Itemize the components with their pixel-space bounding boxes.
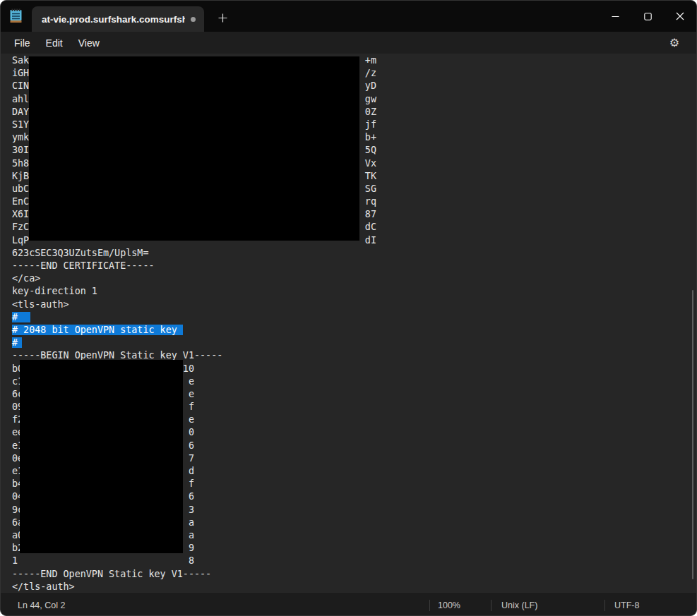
editor-line: <tls-auth>	[12, 298, 696, 311]
redaction-box	[29, 56, 359, 241]
notepad-app-icon	[1, 1, 32, 32]
editor[interactable]: Sak +miGH /zCIN yDahl	[1, 54, 696, 593]
menu-edit[interactable]: Edit	[38, 35, 71, 52]
tab-document[interactable]: at-vie.prod.surfshark.comsurfshark	[32, 6, 204, 32]
close-icon	[676, 12, 684, 20]
line-ending: Unix (LF)	[491, 600, 604, 611]
editor-line: 1 8	[12, 555, 696, 567]
selected-text: #	[12, 312, 30, 322]
menu-file[interactable]: File	[6, 35, 38, 52]
editor-line: #	[12, 337, 696, 349]
titlebar: at-vie.prod.surfshark.comsurfshark	[1, 1, 696, 32]
maximize-icon	[644, 13, 652, 20]
unsaved-changes-dot-icon	[191, 17, 196, 22]
new-tab-button[interactable]	[211, 6, 234, 29]
encoding: UTF-8	[604, 600, 696, 611]
vertical-scrollbar-thumb[interactable]	[692, 290, 693, 579]
editor-line: key-direction 1	[12, 285, 696, 298]
tab-title: at-vie.prod.surfshark.comsurfshark	[42, 14, 185, 25]
menubar: File Edit View ⚙	[1, 32, 696, 54]
menu-view[interactable]: View	[71, 35, 107, 52]
settings-button[interactable]: ⚙	[662, 34, 686, 52]
minimize-icon	[612, 13, 619, 20]
close-button[interactable]	[664, 1, 696, 32]
statusbar: Ln 44, Col 2 100% Unix (LF) UTF-8	[1, 593, 696, 616]
redaction-box	[20, 360, 183, 553]
gear-icon: ⚙	[669, 36, 679, 49]
editor-line: </ca>	[12, 272, 696, 285]
editor-line: -----END OpenVPN Static key V1-----	[12, 568, 696, 581]
plus-icon	[218, 13, 227, 23]
selected-text: # 2048 bit OpenVPN static key	[12, 325, 183, 335]
cursor-position: Ln 44, Col 2	[1, 600, 429, 610]
editor-line: -----END CERTIFICATE-----	[12, 260, 696, 272]
editor-line: #	[12, 311, 696, 324]
zoom-level: 100%	[429, 600, 491, 611]
minimize-button[interactable]	[599, 1, 631, 32]
editor-line: </tls-auth>	[12, 581, 696, 593]
notepad-icon	[9, 8, 23, 25]
maximize-button[interactable]	[631, 1, 664, 32]
notepad-window: at-vie.prod.surfshark.comsurfshark	[0, 0, 697, 616]
selected-text: #	[12, 337, 22, 348]
editor-line: 623cSEC3Q3UZutsEm/UplsM=	[12, 247, 696, 260]
window-controls	[599, 1, 696, 32]
editor-line: # 2048 bit OpenVPN static key	[12, 324, 696, 337]
